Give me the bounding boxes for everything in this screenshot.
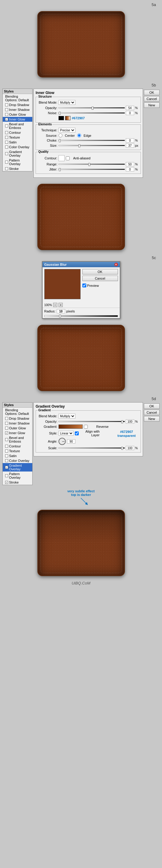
styles-item-outer-glow[interactable]: Outer Glow [3,112,32,117]
5d-stroke-checkbox[interactable]: ✓ [5,481,8,484]
5d-opacity-slider-track[interactable] [58,421,125,422]
ok-button-5d[interactable]: OK [144,403,160,409]
angle-dial[interactable] [58,438,66,445]
new-button-5d[interactable]: New [144,416,160,422]
5d-inner-glow-checkbox[interactable]: ✓ [5,431,8,434]
5d-style-select[interactable]: Linear [58,431,74,436]
radius-slider-track[interactable] [44,315,118,317]
technique-select[interactable]: Precise [58,128,75,132]
contour-checkbox[interactable] [5,131,8,134]
source-center-radio[interactable] [58,133,62,137]
opacity-input[interactable]: 54 [126,106,134,110]
size-input[interactable]: 37 [126,144,134,148]
5d-scale-slider-thumb[interactable] [121,447,123,450]
5d-styles-item-contour[interactable]: Contour [3,444,32,448]
texture-checkbox[interactable] [5,136,8,139]
inner-glow-checkbox[interactable]: ✓ [5,118,8,121]
size-slider-thumb[interactable] [78,144,80,147]
range-slider-thumb[interactable] [88,163,90,166]
styles-item-pattern-overlay[interactable]: Pattern Overlay [3,158,32,166]
5d-gradient-overlay-checkbox[interactable]: ✓ [5,466,8,469]
choke-input[interactable]: 0 [126,138,134,143]
5d-scale-slider-track[interactable] [58,447,125,448]
5d-styles-item-blending[interactable]: Blending Options: Default [3,408,32,416]
5d-contour-checkbox[interactable] [5,445,8,448]
5d-styles-item-outer-glow[interactable]: Outer Glow [3,426,32,431]
range-input[interactable]: 50 [126,162,134,166]
5d-bevel-checkbox[interactable] [5,438,8,441]
jitter-slider-track[interactable] [58,169,125,170]
gradient-overlay-checkbox[interactable] [5,152,8,155]
radius-slider-thumb[interactable] [59,314,61,317]
preview-checkbox[interactable] [82,283,86,287]
5d-blend-mode-select[interactable]: Multiply [58,414,75,418]
zoom-plus-button[interactable]: + [58,303,63,307]
styles-item-drop-shadow[interactable]: Drop Shadow [3,102,32,107]
5d-drop-shadow-checkbox[interactable] [5,417,8,420]
choke-slider-thumb[interactable] [59,139,61,142]
gaussian-cancel-button[interactable]: Cancel [82,276,118,281]
jitter-slider-thumb[interactable] [59,168,61,171]
5d-satin-checkbox[interactable] [5,454,8,457]
5d-styles-item-pattern-overlay[interactable]: Pattern Overlay [3,471,32,480]
color-overlay-checkbox[interactable] [5,146,8,149]
outer-glow-checkbox[interactable] [5,113,8,116]
gaussian-close-button[interactable]: ✕ [114,263,118,266]
opacity-slider-thumb[interactable] [92,107,93,110]
5d-styles-item-inner-glow[interactable]: ✓ Inner Glow [3,431,32,435]
range-slider-track[interactable] [58,164,125,165]
fg-swatch[interactable] [58,116,64,120]
noise-slider-thumb[interactable] [59,112,61,115]
5d-styles-item-gradient-overlay[interactable]: ✓ Gradient Overlay [3,463,32,471]
5d-texture-checkbox[interactable] [5,450,8,453]
gaussian-ok-button[interactable]: OK [82,269,118,275]
styles-item-bevel[interactable]: Bevel and Emboss [3,122,32,130]
anti-aliased-checkbox[interactable] [66,156,70,160]
blend-mode-select[interactable]: Multiply [58,100,75,105]
styles-item-satin[interactable]: Satin [3,140,32,145]
5d-color-overlay-checkbox[interactable] [5,459,8,462]
5d-scale-input[interactable]: 100 [126,446,134,450]
styles-item-texture[interactable]: Texture [3,135,32,140]
noise-input[interactable]: 0 [126,111,134,115]
5d-styles-item-texture[interactable]: Texture [3,448,32,454]
5d-angle-input[interactable]: 90 [67,439,75,443]
styles-item-blending[interactable]: Blending Options: Default [3,94,32,102]
5d-inner-shadow-checkbox[interactable] [5,422,8,425]
styles-item-stroke[interactable]: Stroke [3,166,32,171]
5d-opacity-input[interactable]: 100 [126,420,134,424]
contour-preview[interactable] [58,155,64,161]
gradient-swatch-box[interactable] [58,425,83,429]
reverse-checkbox[interactable] [84,425,88,429]
cancel-button-5b[interactable]: Cancel [144,96,160,101]
choke-slider-track[interactable] [58,140,125,141]
5d-pattern-overlay-checkbox[interactable] [5,474,8,477]
jitter-input[interactable]: 0 [126,167,134,172]
5d-styles-item-bevel[interactable]: Bevel and Emboss [3,435,32,444]
ok-button-5b[interactable]: OK [144,90,160,95]
zoom-minus-button[interactable]: − [53,303,57,307]
stroke-checkbox[interactable] [5,167,8,170]
satin-checkbox[interactable] [5,141,8,144]
pattern-overlay-checkbox[interactable] [5,161,8,164]
styles-item-color-overlay[interactable]: Color Overlay [3,145,32,149]
5d-styles-item-inner-shadow[interactable]: Inner Shadow [3,421,32,426]
size-slider-track[interactable] [58,145,125,146]
5d-styles-item-drop-shadow[interactable]: Drop Shadow [3,416,32,421]
opacity-slider-track[interactable] [58,107,125,108]
inner-shadow-checkbox[interactable] [5,108,8,111]
5d-styles-item-color-overlay[interactable]: Color Overlay [3,458,32,463]
new-button-5b[interactable]: New [144,102,160,108]
noise-slider-track[interactable] [58,113,125,114]
align-layer-checkbox[interactable] [75,431,79,435]
styles-item-gradient-overlay[interactable]: Gradient Overlay [3,149,32,158]
gradient-swatch-preview[interactable] [65,116,71,120]
styles-item-inner-shadow[interactable]: Inner Shadow [3,107,32,112]
cancel-button-5d[interactable]: Cancel [144,410,160,415]
styles-item-contour[interactable]: Contour [3,130,32,135]
styles-item-inner-glow[interactable]: ✓ Inner Glow [3,117,32,122]
source-edge-radio[interactable] [77,133,81,137]
5d-styles-item-satin[interactable]: Satin [3,454,32,458]
bevel-checkbox[interactable] [5,124,8,127]
radius-input[interactable]: 10 [57,309,65,313]
